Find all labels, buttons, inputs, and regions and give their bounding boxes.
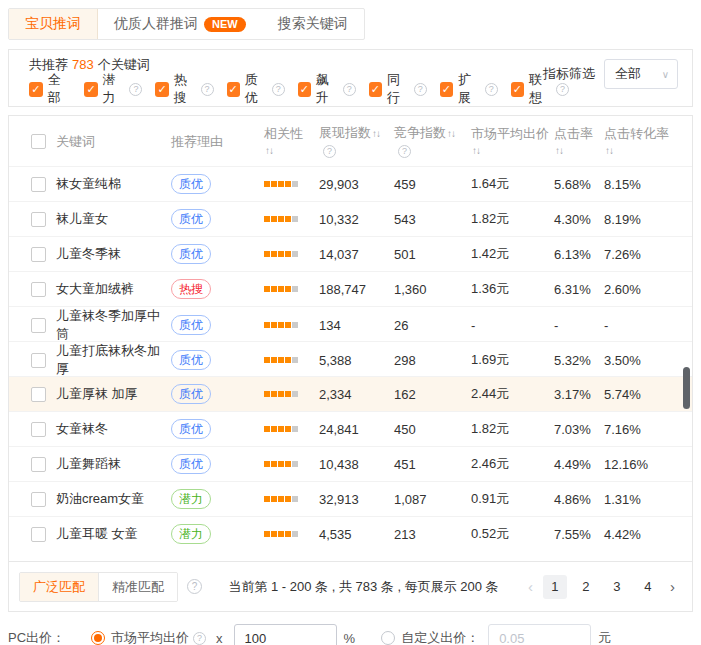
sort-icon[interactable]: ↑↓ bbox=[372, 128, 380, 139]
filter-checkbox-item-2[interactable]: ✓热搜? bbox=[155, 71, 213, 107]
column-header-0[interactable]: 关键词 bbox=[56, 133, 171, 150]
table-row[interactable]: 袜儿童女质优10,3325431.82元4.30%8.19% bbox=[9, 201, 692, 236]
table-row[interactable]: 儿童耳暖 女童潜力4,5352130.52元7.55%4.42% bbox=[9, 516, 692, 551]
row-checkbox[interactable] bbox=[31, 247, 46, 262]
relevance-bar-segment bbox=[285, 496, 291, 502]
row-checkbox[interactable] bbox=[31, 422, 46, 437]
row-checkbox[interactable] bbox=[31, 282, 46, 297]
market-bid-radio[interactable] bbox=[91, 631, 105, 645]
competition-cell: 543 bbox=[394, 212, 471, 227]
prev-page-icon[interactable]: ‹ bbox=[525, 578, 536, 595]
checkbox-checked-icon[interactable]: ✓ bbox=[227, 82, 240, 97]
table-row[interactable]: 儿童冬季袜质优14,0375011.42元6.13%7.26% bbox=[9, 236, 692, 271]
sort-icon[interactable]: ↑↓ bbox=[555, 145, 563, 156]
checkbox-checked-icon[interactable]: ✓ bbox=[84, 82, 97, 97]
exact-match-button[interactable]: 精准匹配 bbox=[99, 573, 177, 601]
tab-item-1[interactable]: 优质人群推词NEW bbox=[98, 9, 262, 39]
custom-bid-input[interactable] bbox=[488, 624, 591, 645]
checkbox-checked-icon[interactable]: ✓ bbox=[440, 82, 453, 97]
relevance-bar-segment bbox=[264, 357, 270, 363]
checkbox-checked-icon[interactable]: ✓ bbox=[155, 82, 168, 97]
column-header-3[interactable]: 展现指数↑↓? bbox=[319, 124, 394, 158]
select-all-checkbox[interactable] bbox=[31, 134, 46, 149]
recommend-tag: 热搜 bbox=[171, 279, 211, 299]
recommend-reason-cell: 质优 bbox=[171, 209, 264, 229]
table-row[interactable]: 儿童袜冬季加厚中筒质优13426--- bbox=[9, 306, 692, 341]
match-type-controls: 广泛匹配 精准匹配 ? bbox=[19, 572, 202, 602]
column-header-5[interactable]: 市场平均出价↑↓ bbox=[471, 125, 554, 158]
relevance-bar-segment bbox=[278, 181, 284, 187]
relevance-bar-segment bbox=[278, 322, 284, 328]
row-checkbox[interactable] bbox=[31, 457, 46, 472]
filter-checkbox-item-3[interactable]: ✓质优? bbox=[227, 71, 285, 107]
custom-bid-radio[interactable] bbox=[381, 631, 395, 645]
sort-icon[interactable]: ↑↓ bbox=[447, 128, 455, 139]
cvr-cell: 4.42% bbox=[604, 527, 692, 542]
row-checkbox-cell bbox=[9, 491, 56, 507]
column-header-6[interactable]: 点击率↑↓ bbox=[554, 125, 604, 158]
table-row[interactable]: 儿童厚袜 加厚质优2,3341622.44元3.17%5.74% bbox=[9, 376, 692, 411]
row-checkbox-cell bbox=[9, 456, 56, 472]
sort-icon[interactable]: ↑↓ bbox=[605, 145, 613, 156]
table-row[interactable]: 儿童舞蹈袜质优10,4384512.46元4.49%12.16% bbox=[9, 446, 692, 481]
ctr-cell: 6.13% bbox=[554, 247, 604, 262]
checkbox-checked-icon[interactable]: ✓ bbox=[298, 82, 311, 97]
next-page-icon[interactable]: › bbox=[667, 578, 678, 595]
table-row[interactable]: 女大童加绒裤热搜188,7471,3601.36元6.31%2.60% bbox=[9, 271, 692, 306]
select-all-cell bbox=[9, 133, 56, 149]
filter-checkbox-item-6[interactable]: ✓扩展? bbox=[440, 71, 498, 107]
table-row[interactable]: 奶油cream女童潜力32,9131,0870.91元4.86%1.31% bbox=[9, 481, 692, 516]
help-icon: ? bbox=[272, 83, 285, 96]
keyword-cell: 奶油cream女童 bbox=[56, 490, 171, 508]
vertical-scrollbar-thumb[interactable] bbox=[683, 367, 690, 409]
sort-icon[interactable]: ↑↓ bbox=[472, 145, 480, 156]
column-sub: ↑↓ bbox=[604, 142, 692, 158]
impressions-cell: 5,388 bbox=[319, 353, 394, 368]
avg-bid-cell: 1.82元 bbox=[471, 420, 554, 438]
competition-cell: 501 bbox=[394, 247, 471, 262]
relevance-bar-segment bbox=[278, 357, 284, 363]
table-row[interactable]: 儿童打底袜秋冬加厚质优5,3882981.69元5.32%3.50% bbox=[9, 341, 692, 376]
metric-filter-select[interactable]: 全部 ∨ bbox=[604, 59, 678, 89]
page-button-4[interactable]: 4 bbox=[636, 575, 660, 599]
table-row[interactable]: 女童袜冬质优24,8414501.82元7.03%7.16% bbox=[9, 411, 692, 446]
ctr-cell: 4.49% bbox=[554, 457, 604, 472]
avg-bid-cell: 2.44元 bbox=[471, 385, 554, 403]
column-header-2[interactable]: 相关性↑↓ bbox=[264, 125, 319, 158]
page-button-2[interactable]: 2 bbox=[574, 575, 598, 599]
metric-filter: 指标筛选 全部 ∨ bbox=[543, 59, 678, 89]
filter-checkbox-item-1[interactable]: ✓潜力? bbox=[84, 71, 142, 107]
column-header-1[interactable]: 推荐理由 bbox=[171, 133, 264, 150]
cvr-cell: 3.50% bbox=[604, 353, 692, 368]
column-header-4[interactable]: 竞争指数↑↓? bbox=[394, 124, 471, 158]
row-checkbox[interactable] bbox=[31, 318, 46, 333]
column-header-7[interactable]: 点击转化率↑↓ bbox=[604, 125, 692, 158]
sort-icon[interactable]: ↑↓ bbox=[265, 145, 273, 156]
row-checkbox[interactable] bbox=[31, 177, 46, 192]
row-checkbox[interactable] bbox=[31, 527, 46, 542]
page-button-1[interactable]: 1 bbox=[543, 575, 567, 599]
checkbox-checked-icon[interactable]: ✓ bbox=[369, 82, 382, 97]
row-checkbox[interactable] bbox=[31, 492, 46, 507]
page-info: 当前第 1 - 200 条 , 共 783 条 , 每页展示 200 条 bbox=[228, 578, 498, 596]
broad-match-button[interactable]: 广泛匹配 bbox=[20, 573, 99, 601]
recommend-tag: 质优 bbox=[171, 315, 211, 335]
tab-item-2[interactable]: 搜索关键词 bbox=[262, 9, 364, 39]
avg-bid-cell: 1.64元 bbox=[471, 175, 554, 193]
table-row[interactable]: 袜女童纯棉质优29,9034591.64元5.68%8.15% bbox=[9, 166, 692, 201]
checkbox-checked-icon[interactable]: ✓ bbox=[29, 82, 43, 97]
tab-item-0[interactable]: 宝贝推词 bbox=[9, 9, 98, 39]
market-bid-percent-input[interactable] bbox=[234, 624, 337, 645]
relevance-bar-segment bbox=[264, 496, 270, 502]
filter-checkbox-item-4[interactable]: ✓飙升? bbox=[298, 71, 356, 107]
competition-cell: 298 bbox=[394, 353, 471, 368]
row-checkbox[interactable] bbox=[31, 353, 46, 368]
filter-checkbox-item-0[interactable]: ✓全部 bbox=[29, 71, 71, 107]
column-sub: ↑↓ bbox=[264, 142, 319, 158]
filter-checkbox-item-5[interactable]: ✓同行? bbox=[369, 71, 427, 107]
row-checkbox[interactable] bbox=[31, 212, 46, 227]
checkbox-checked-icon[interactable]: ✓ bbox=[511, 82, 524, 97]
page-button-3[interactable]: 3 bbox=[605, 575, 629, 599]
impressions-cell: 188,747 bbox=[319, 282, 394, 297]
row-checkbox[interactable] bbox=[31, 387, 46, 402]
